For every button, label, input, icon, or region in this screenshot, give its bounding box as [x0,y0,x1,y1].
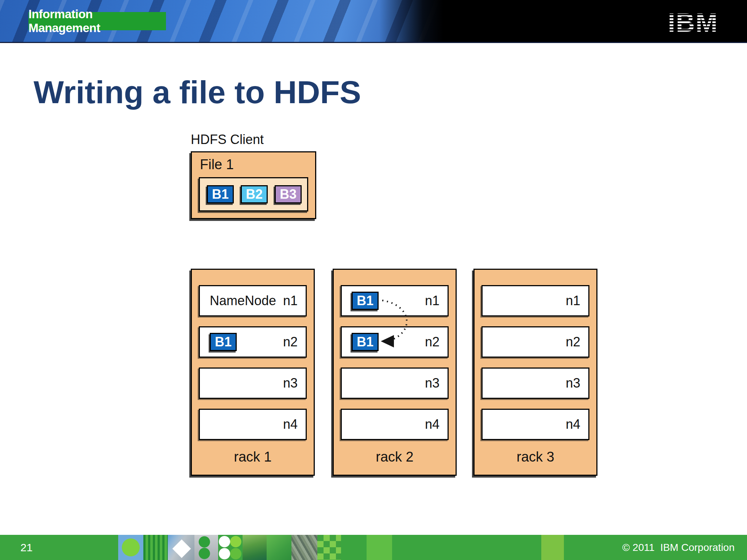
footer-tile-highway [291,535,317,560]
file-block-b2: B2 [241,185,268,203]
node-id-label: n4 [425,417,440,432]
block-b1-replica: B1 [210,333,237,351]
node-id-label: n2 [283,334,298,350]
footer-bar: 21 © 2011 IBM Corporation [0,535,747,560]
arrowhead [381,335,394,347]
rack-1-node-n1: NameNoden1 [199,285,307,316]
footer-light-segment-1 [367,535,392,560]
rack-1: NameNoden1B1n2n3n4rack 1 [191,269,315,476]
brand-label: Information Management [28,7,166,35]
rack-1-label: rack 1 [192,449,314,465]
namenode-label: NameNode [210,293,276,308]
footer-tile-dot-grid [218,535,243,560]
footer-tile-gray-dots [194,535,218,560]
ibm-logo-text: IBM [668,9,718,34]
dotted-arrow-path [382,300,407,340]
footer-light-segment-2 [541,535,564,560]
top-banner: Information Management IBM [0,0,747,43]
page-number: 21 [20,541,32,554]
node-id-label: n2 [566,334,580,350]
footer-tile-circle [118,535,143,560]
footer-collage [118,535,341,560]
rack-3-label: rack 3 [475,449,596,465]
footer-tile-photo-diamond [168,535,194,560]
file-block-b1: B1 [207,185,234,203]
node-id-label: n3 [283,376,298,391]
footer-tile-gradient [267,535,291,560]
file-block-b3: B3 [275,185,302,203]
rack-1-node-n4: n4 [199,409,307,440]
replication-arrow [365,290,438,354]
node-id-label: n4 [283,417,298,432]
brand-badge: Information Management [28,12,166,30]
node-id-label: n1 [283,293,298,308]
page-title: Writing a file to HDFS [34,76,361,108]
rack-3-node-n1: n1 [481,285,589,316]
rack-3-node-n2: n2 [481,326,589,358]
node-id-label: n3 [425,376,440,391]
footer-tile-pixels [317,535,341,560]
rack-1-node-n3: n3 [199,368,307,399]
rack-1-node-n2: B1n2 [199,326,307,358]
footer-tile-stripes [143,535,168,560]
node-id-label: n1 [566,293,580,308]
copyright: © 2011 IBM Corporation [622,542,735,553]
rack-2-node-n3: n3 [341,368,449,399]
hdfs-client-label: HDFS Client [191,132,264,147]
footer-tile-landscape [243,535,267,560]
rack-2-node-n4: n4 [341,409,449,440]
file-label: File 1 [200,157,234,172]
rack-2-label: rack 2 [334,449,456,465]
rack-3-node-n3: n3 [481,368,589,399]
node-id-label: n3 [566,376,580,391]
file-blocks: B1B2B3 [199,177,308,211]
rack-3-node-n4: n4 [481,409,589,440]
file-box: File 1 B1B2B3 [191,151,316,219]
ibm-logo: IBM [664,9,722,34]
node-id-label: n4 [566,417,580,432]
rack-3: n1n2n3n4rack 3 [473,269,597,476]
